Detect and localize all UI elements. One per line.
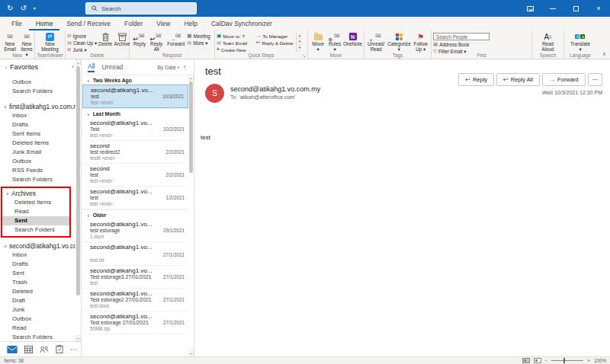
minimize-button[interactable]: [541, 0, 564, 17]
scroll-down-icon[interactable]: ▼: [75, 335, 81, 341]
group-header-two-weeks-ago[interactable]: ∨Two Weeks Ago: [82, 75, 188, 85]
quick-step-create-new[interactable]: +Create New: [217, 46, 256, 53]
restore-button[interactable]: [564, 0, 587, 17]
filter-unread-tab[interactable]: Unread: [101, 63, 123, 71]
folder-item[interactable]: Drafts: [0, 260, 75, 269]
tab-view[interactable]: View: [149, 18, 177, 30]
folder-item[interactable]: Search Folders: [0, 87, 75, 96]
folder-item[interactable]: Sent: [0, 269, 75, 278]
message-row[interactable]: second@atikahg1.vo... test10/3/2021 test…: [82, 85, 188, 108]
message-row[interactable]: second@atikahg1.vo... test estorage29/1/…: [82, 219, 188, 242]
onenote-button[interactable]: N OneNote: [343, 31, 362, 48]
folder-item[interactable]: Inbox: [0, 251, 75, 260]
folder-item[interactable]: Outbox: [0, 78, 75, 87]
more-actions-button[interactable]: ⋯: [588, 73, 603, 86]
message-row[interactable]: second test redirect22/2/2021 testtt <en…: [82, 141, 188, 164]
folder-item-sent-selected[interactable]: Sent: [2, 216, 69, 225]
message-row[interactable]: second@atikahg1.vo... test1/2/2021 test …: [82, 187, 188, 209]
folder-item[interactable]: Deleted: [0, 287, 75, 296]
normal-view-icon[interactable]: [522, 358, 530, 363]
search-people-input[interactable]: Search People: [433, 33, 490, 40]
read-aloud-button[interactable]: A)) Read Aloud: [539, 31, 556, 53]
tab-send-receive[interactable]: Send / Receive: [59, 18, 117, 30]
move-button[interactable]: Move ▾: [310, 31, 326, 53]
folder-pane-scrollbar[interactable]: ▲ ▼: [75, 59, 81, 341]
zoom-level[interactable]: 100%: [594, 358, 606, 363]
search-input[interactable]: Search: [85, 2, 197, 14]
message-row[interactable]: second test2/2/2021 test <end>: [82, 164, 188, 187]
tab-folder[interactable]: Folder: [117, 18, 149, 30]
collapse-folder-pane-icon[interactable]: ‹: [72, 63, 74, 70]
follow-up-button[interactable]: ⚑ Follow Up ▾: [412, 31, 429, 53]
quick-step-reply-delete[interactable]: ↩Reply & Delete: [256, 40, 296, 46]
sort-by-date-button[interactable]: By Date ▾: [158, 65, 179, 70]
delete-button[interactable]: Delete: [97, 31, 114, 48]
calendar-nav-icon[interactable]: [24, 345, 33, 353]
mail-nav-icon[interactable]: [7, 346, 18, 353]
sync-icon[interactable]: ↻: [7, 5, 13, 12]
message-row[interactable]: second@atikahg1.vo... Test estorage2 27/…: [82, 289, 188, 311]
junk-button[interactable]: ⊘Junk ▾: [67, 46, 97, 53]
folder-item[interactable]: Junk: [0, 305, 75, 315]
folder-item[interactable]: Search Folders: [0, 175, 75, 184]
scroll-up-icon[interactable]: ▲: [75, 59, 81, 65]
undo-icon[interactable]: ↺: [20, 5, 26, 12]
account-second-root[interactable]: ∨ second@atikahg1.vo.co...: [0, 241, 75, 251]
folder-item-deleted-items[interactable]: Deleted Items: [2, 198, 69, 207]
message-row[interactable]: second@atikahg1.vo... Test estorage 27/0…: [82, 311, 188, 334]
folder-item[interactable]: Search Folders: [0, 333, 75, 341]
more-respond-button[interactable]: ✉More ▾: [187, 40, 210, 46]
collapse-ribbon-icon[interactable]: ∧: [602, 51, 606, 57]
forward-action-button[interactable]: →Forward: [542, 73, 586, 86]
group-header-last-month[interactable]: ∨Last Month: [82, 108, 188, 118]
folder-item[interactable]: Read: [0, 324, 75, 333]
message-list-scrollbar[interactable]: ▲ ▼: [188, 75, 194, 356]
group-header-older[interactable]: ∨Older: [82, 209, 188, 219]
message-row[interactable]: second@atikahg1.vo... Test estorage3 27/…: [82, 266, 188, 289]
rules-button[interactable]: ✉⚙ Rules ▾: [326, 31, 343, 53]
tab-help[interactable]: Help: [177, 18, 204, 30]
ribbon-display-options-button[interactable]: [518, 0, 541, 17]
quick-step-team-email[interactable]: ✉Team Email: [217, 40, 256, 46]
quick-access-caret-icon[interactable]: ▾: [34, 5, 36, 12]
people-nav-icon[interactable]: [40, 346, 49, 353]
clean-up-button[interactable]: ✉Clean Up ▾: [67, 40, 97, 46]
tab-home[interactable]: Home: [29, 18, 60, 30]
quick-steps-gallery-scroll[interactable]: ▲ ▼ ▼: [296, 33, 303, 53]
folder-item-search-folders[interactable]: Search Folders: [2, 225, 69, 235]
folder-item[interactable]: Drafts: [0, 120, 75, 129]
account-first-root[interactable]: ∨ first@atikahg1.vo.com.my: [0, 101, 75, 111]
reply-button[interactable]: ✉↩ Reply: [131, 31, 148, 48]
sender-address[interactable]: second@atikahg1.vo.com.my: [230, 85, 320, 93]
more-apps-icon[interactable]: ⋯: [70, 346, 78, 353]
unread-read-button[interactable]: ✉● Unread/ Read: [366, 31, 387, 53]
tasks-nav-icon[interactable]: [56, 345, 63, 353]
folder-item[interactable]: Deleted Items: [0, 139, 75, 148]
reply-all-action-button[interactable]: ↩Reply All: [496, 73, 540, 86]
ignore-button[interactable]: ⊘Ignore: [67, 33, 97, 39]
scrollbar-thumb[interactable]: [76, 66, 80, 295]
message-row[interactable]: second@atikahg1.vo... 27/1/2021 test.txt: [82, 242, 188, 266]
scrollbar-thumb[interactable]: [189, 81, 193, 173]
tab-file[interactable]: File: [5, 18, 29, 30]
zoom-out-button[interactable]: −: [545, 358, 548, 363]
folder-item[interactable]: Junk Email: [0, 148, 75, 157]
reading-view-icon[interactable]: [534, 358, 541, 363]
sort-direction-icon[interactable]: ↑: [183, 64, 186, 71]
favorites-header[interactable]: › Favorites: [0, 59, 81, 73]
forward-button[interactable]: ✉→ Forward: [165, 31, 187, 48]
folder-item[interactable]: Outbox: [0, 315, 75, 324]
new-meeting-button[interactable]: ⇄ New Meeting: [39, 31, 60, 53]
folder-item-read[interactable]: Read: [2, 207, 69, 216]
quick-steps-dialog-launcher[interactable]: ↘: [302, 53, 306, 58]
message-row[interactable]: second@atikahg1.vo... Test10/2/2021 test…: [82, 118, 188, 141]
new-email-button[interactable]: ✉ New Email: [2, 31, 18, 53]
reply-all-button[interactable]: ✉↩ Reply All: [148, 31, 165, 53]
meeting-button[interactable]: ▦Meeting: [187, 33, 210, 39]
folder-item[interactable]: Trash: [0, 278, 75, 287]
tab-caldav-synchronizer[interactable]: CalDav Synchronizer: [204, 18, 279, 30]
scroll-down-icon[interactable]: ▼: [188, 350, 194, 356]
archives-root[interactable]: ∨ Archives: [2, 188, 69, 198]
quick-step-move-to[interactable]: ▣Move to: ?: [217, 33, 256, 39]
archive-button[interactable]: Archive: [114, 31, 130, 48]
